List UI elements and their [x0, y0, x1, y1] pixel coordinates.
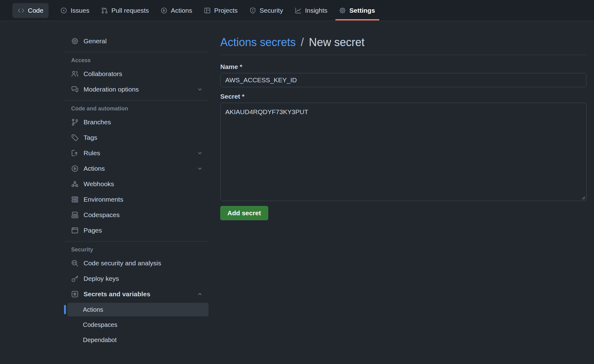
tab-projects[interactable]: Projects: [204, 7, 238, 14]
breadcrumb-actions-secrets-link[interactable]: Actions secrets: [220, 36, 296, 49]
secret-value-wrap: AKIAUD4RQDYF73KY3PUT: [220, 103, 587, 201]
resize-grip-icon[interactable]: [581, 195, 586, 200]
server-icon: [71, 196, 79, 203]
chevron-down-icon: [197, 150, 203, 156]
sidebar-item-branches[interactable]: Branches: [67, 114, 209, 130]
sidebar-item-general[interactable]: General: [67, 33, 209, 49]
tab-settings[interactable]: Settings: [339, 7, 375, 14]
sidebar-item-label: Actions: [84, 165, 105, 172]
secret-field-label: Secret *: [220, 93, 587, 100]
graph-icon: [295, 7, 302, 14]
rules-icon: [71, 149, 79, 157]
sidebar-item-collaborators[interactable]: Collaborators: [67, 66, 209, 82]
tab-label: Actions: [171, 7, 192, 14]
secrets-icon: [71, 290, 79, 298]
sidebar-item-label: Codespaces: [84, 211, 120, 219]
sidebar-item-label: Webhooks: [84, 180, 114, 188]
issue-opened-icon: [60, 7, 67, 14]
sidebar-subitem-label: Codespaces: [83, 321, 117, 328]
name-field-label: Name *: [220, 63, 587, 71]
sidebar-subitem-label: Dependabot: [83, 336, 117, 344]
shield-icon: [249, 7, 256, 14]
webhook-icon: [71, 180, 79, 188]
breadcrumb-separator: /: [299, 36, 306, 49]
sidebar-item-pages[interactable]: Pages: [67, 223, 209, 238]
sidebar-item-rules[interactable]: Rules: [67, 145, 209, 161]
table-icon: [204, 7, 211, 14]
tab-label: Settings: [349, 7, 375, 14]
sidebar-item-label: Tags: [84, 134, 97, 141]
sidebar-item-label: Deploy keys: [84, 275, 119, 282]
sidebar-item-label: Code security and analysis: [84, 259, 161, 267]
tab-label: Projects: [214, 7, 238, 14]
sidebar-item-label: Rules: [84, 149, 100, 157]
chevron-down-icon: [197, 86, 203, 92]
sidebar-section-header-access: Access: [67, 57, 209, 64]
git-branch-icon: [71, 118, 79, 126]
sidebar-item-label: General: [84, 37, 107, 45]
play-icon: [71, 165, 79, 172]
repo-tab-bar: Code Issues Pull requests Actions Projec…: [0, 0, 594, 21]
sidebar-item-deploy-keys[interactable]: Deploy keys: [67, 271, 209, 286]
secret-value-textarea[interactable]: AKIAUD4RQDYF73KY3PUT: [220, 103, 587, 201]
tab-label: Insights: [305, 7, 327, 14]
sidebar-subitem-codespaces[interactable]: Codespaces: [67, 318, 209, 332]
code-icon: [18, 7, 24, 14]
settings-sidebar: General Access Collaborators Moderati: [64, 21, 209, 348]
code-scan-icon: [71, 259, 79, 267]
tag-icon: [71, 134, 79, 141]
sidebar-subitem-dependabot[interactable]: Dependabot: [67, 333, 209, 347]
sidebar-item-webhooks[interactable]: Webhooks: [67, 176, 209, 192]
people-icon: [71, 70, 79, 78]
sidebar-section-header-code-automation: Code and automation: [67, 105, 209, 112]
sidebar-divider: [64, 52, 209, 52]
tab-insights[interactable]: Insights: [295, 7, 327, 14]
tab-label: Code: [28, 7, 43, 14]
add-secret-button[interactable]: Add secret: [220, 206, 268, 220]
chevron-down-icon: [197, 165, 203, 172]
tab-label: Issues: [71, 7, 89, 14]
chevron-up-icon: [197, 291, 203, 297]
sidebar-item-actions[interactable]: Actions: [67, 161, 209, 176]
active-item-indicator: [64, 305, 66, 314]
sidebar-item-tags[interactable]: Tags: [67, 130, 209, 145]
sidebar-item-codespaces[interactable]: Codespaces: [67, 207, 209, 223]
sidebar-subitem-label: Actions: [83, 306, 103, 313]
heading-divider: [220, 55, 587, 55]
sidebar-item-label: Moderation options: [84, 86, 139, 93]
tab-security[interactable]: Security: [249, 7, 283, 14]
tab-actions[interactable]: Actions: [161, 7, 192, 14]
tab-label: Pull requests: [111, 7, 149, 14]
new-secret-panel: Actions secrets / New secret Name * Secr…: [220, 21, 587, 220]
discussion-icon: [71, 86, 79, 93]
sidebar-item-label: Branches: [84, 118, 111, 126]
sidebar-item-secrets-and-variables[interactable]: Secrets and variables: [67, 286, 209, 302]
sidebar-divider: [64, 100, 209, 101]
gear-icon: [71, 37, 79, 45]
sidebar-item-code-security-analysis[interactable]: Code security and analysis: [67, 255, 209, 271]
sidebar-item-label: Pages: [84, 227, 102, 234]
key-icon: [71, 275, 79, 282]
sidebar-item-label: Collaborators: [84, 70, 122, 78]
sidebar-section-header-security: Security: [67, 246, 209, 253]
sidebar-item-label: Secrets and variables: [84, 290, 150, 298]
tab-code[interactable]: Code: [12, 3, 49, 18]
page-title: New secret: [309, 36, 364, 49]
git-pull-request-icon: [101, 7, 108, 14]
secret-name-input[interactable]: [220, 73, 587, 87]
tab-issues[interactable]: Issues: [60, 7, 89, 14]
play-icon: [161, 7, 167, 14]
sidebar-item-label: Environments: [84, 196, 123, 203]
settings-page: General Access Collaborators Moderati: [0, 21, 594, 348]
tab-label: Security: [260, 7, 283, 14]
codespaces-icon: [71, 211, 79, 219]
sidebar-item-environments[interactable]: Environments: [67, 192, 209, 207]
browser-icon: [71, 227, 79, 234]
gear-icon: [339, 7, 346, 14]
settings-active-underline: [335, 19, 379, 20]
breadcrumb: Actions secrets / New secret: [220, 35, 587, 49]
tab-pull-requests[interactable]: Pull requests: [101, 7, 149, 14]
sidebar-divider: [64, 241, 209, 242]
sidebar-item-moderation-options[interactable]: Moderation options: [67, 82, 209, 97]
sidebar-subitem-actions[interactable]: Actions: [67, 303, 209, 316]
